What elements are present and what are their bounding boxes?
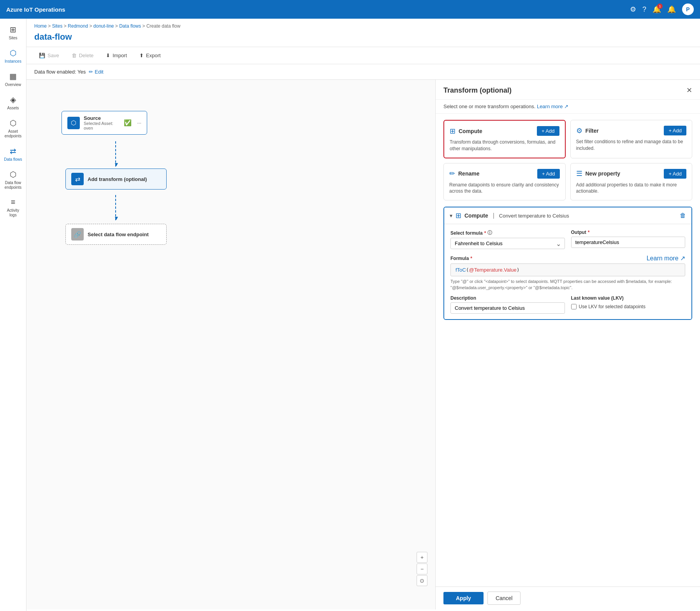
formula-select-group: Select formula * ⓘ Fahrenheit to Celsius bbox=[450, 230, 565, 249]
formula-select-label: Select formula * ⓘ bbox=[450, 230, 565, 236]
transform-icon: ⇄ bbox=[71, 173, 84, 185]
sidebar-item-activity-logs[interactable]: ≡ Activity logs bbox=[2, 195, 25, 221]
page-title: data-flow bbox=[26, 30, 700, 47]
breadcrumb-donut-line[interactable]: donut-line bbox=[93, 23, 114, 29]
new-property-card-icon: ☰ bbox=[576, 169, 582, 178]
new-property-card[interactable]: ☰ New property + Add Add additional prop… bbox=[570, 163, 693, 201]
compute-card[interactable]: ⊞ Compute + Add Transform data through c… bbox=[443, 120, 566, 158]
panel-footer: Apply Cancel bbox=[436, 586, 700, 609]
asset-endpoints-icon: ⬡ bbox=[10, 118, 16, 128]
sidebar-item-sites[interactable]: ⊞ Sites bbox=[2, 22, 25, 44]
notification-badge: 1 bbox=[657, 4, 663, 9]
learn-more-link-top[interactable]: Learn more ↗ bbox=[537, 104, 568, 109]
new-property-card-desc: Add additional properties to data to mak… bbox=[576, 182, 687, 195]
compute-section-title: Compute bbox=[464, 212, 488, 219]
sidebar-item-assets[interactable]: ◈ Assets bbox=[2, 92, 25, 114]
reset-zoom-button[interactable]: ⊙ bbox=[417, 575, 427, 586]
cancel-button[interactable]: Cancel bbox=[487, 592, 521, 605]
close-panel-button[interactable]: ✕ bbox=[686, 86, 692, 95]
endpoint-node-title: Select data flow endpoint bbox=[88, 232, 161, 237]
save-button[interactable]: 💾 Save bbox=[34, 50, 64, 61]
sidebar-label-data-flow-endpoints: Data flow endpoints bbox=[3, 181, 23, 190]
help-icon[interactable]: ? bbox=[642, 5, 646, 14]
avatar[interactable]: P bbox=[682, 4, 694, 15]
source-status: ✅ bbox=[124, 119, 132, 126]
compute-section-icon: ⊞ bbox=[456, 211, 461, 220]
sidebar-label-assets: Assets bbox=[7, 106, 19, 111]
sidebar-label-data-flows: Data flows bbox=[4, 157, 22, 162]
bell-icon[interactable]: 🔔 bbox=[667, 5, 676, 14]
lkv-label: Last known value (LKV) bbox=[571, 295, 686, 301]
import-button[interactable]: ⬇ Import bbox=[101, 50, 132, 61]
lkv-checkbox[interactable] bbox=[571, 304, 577, 309]
transform-node-title: Add transform (optional) bbox=[88, 176, 161, 182]
source-node[interactable]: ⬡ Source Selected Asset: oven ✅ ··· bbox=[62, 111, 147, 135]
description-input[interactable] bbox=[450, 302, 565, 314]
notifications-icon[interactable]: 🔔 1 bbox=[653, 5, 661, 14]
arrow-1: ▼ bbox=[115, 141, 116, 167]
zoom-out-button[interactable]: − bbox=[417, 564, 427, 574]
instances-icon: ⬡ bbox=[10, 48, 16, 58]
filter-add-button[interactable]: + Add bbox=[664, 126, 686, 135]
zoom-in-button[interactable]: + bbox=[417, 552, 427, 563]
sidebar-label-asset-endpoints: Asset endpoints bbox=[3, 129, 23, 139]
learn-more-formula-link[interactable]: Learn more ↗ bbox=[647, 255, 685, 262]
breadcrumb-current: Create data flow bbox=[146, 23, 180, 29]
data-flows-icon: ⇄ bbox=[10, 146, 16, 156]
sidebar-label-instances: Instances bbox=[5, 59, 21, 64]
transform-panel-header: Transform (optional) ✕ bbox=[436, 80, 700, 100]
sidebar-item-asset-endpoints[interactable]: ⬡ Asset endpoints bbox=[2, 115, 25, 142]
delete-button[interactable]: 🗑 Delete bbox=[67, 50, 98, 61]
export-button[interactable]: ⬆ Export bbox=[135, 50, 165, 61]
activity-logs-icon: ≡ bbox=[11, 198, 16, 207]
transform-node[interactable]: ⇄ Add transform (optional) bbox=[65, 169, 167, 190]
app-title: Azure IoT Operations bbox=[6, 6, 625, 13]
source-menu[interactable]: ··· bbox=[137, 120, 141, 126]
canvas-controls: + − ⊙ bbox=[417, 552, 427, 586]
rename-card-icon: ✏ bbox=[449, 169, 455, 178]
sidebar-item-data-flow-endpoints[interactable]: ⬡ Data flow endpoints bbox=[2, 167, 25, 193]
formula-hint: Type "@" or click "<datapoint>" to selec… bbox=[450, 279, 685, 291]
assets-icon: ◈ bbox=[10, 95, 16, 104]
compute-add-button[interactable]: + Add bbox=[537, 126, 559, 136]
compute-section-subtitle: Convert temperature to Celsius bbox=[499, 213, 569, 219]
formula-select[interactable]: Fahrenheit to Celsius bbox=[450, 238, 565, 249]
compute-section: ▾ ⊞ Compute | Convert temperature to Cel… bbox=[443, 207, 692, 320]
source-node-title: Source bbox=[84, 115, 120, 121]
sidebar-label-sites: Sites bbox=[9, 36, 17, 40]
panel-scroll[interactable]: Select one or more transform operations.… bbox=[436, 100, 700, 586]
breadcrumb-home[interactable]: Home bbox=[34, 23, 47, 29]
endpoint-icon: 🔗 bbox=[71, 228, 84, 241]
toolbar: 💾 Save 🗑 Delete ⬇ Import ⬆ Export bbox=[26, 47, 700, 64]
apply-button[interactable]: Apply bbox=[443, 592, 484, 604]
sidebar-item-data-flows[interactable]: ⇄ Data flows bbox=[2, 143, 25, 165]
transform-panel-title: Transform (optional) bbox=[443, 86, 512, 95]
rename-card-desc: Rename datapoints to ensure clarity and … bbox=[449, 182, 560, 195]
sidebar-item-overview[interactable]: ▦ Overview bbox=[2, 68, 25, 90]
arrow-2: ▼ bbox=[115, 195, 116, 220]
dataflow-status: Data flow enabled: Yes bbox=[34, 69, 86, 75]
lkv-group: Last known value (LKV) Use LKV for selec… bbox=[571, 295, 686, 309]
sidebar-item-instances[interactable]: ⬡ Instances bbox=[2, 45, 25, 67]
delete-compute-button[interactable]: 🗑 bbox=[680, 212, 686, 219]
collapse-icon[interactable]: ▾ bbox=[450, 212, 452, 219]
formula-info-icon: ⓘ bbox=[487, 230, 492, 236]
endpoint-node[interactable]: 🔗 Select data flow endpoint bbox=[65, 224, 167, 245]
filter-card[interactable]: ⚙ Filter + Add Set filter conditions to … bbox=[570, 120, 693, 158]
settings-icon[interactable]: ⚙ bbox=[630, 5, 636, 14]
breadcrumb-redmond[interactable]: Redmond bbox=[68, 23, 88, 29]
compute-card-title: Compute bbox=[459, 128, 482, 134]
sidebar-label-activity-logs: Activity logs bbox=[3, 208, 23, 218]
data-flow-endpoints-icon: ⬡ bbox=[10, 170, 16, 179]
edit-link[interactable]: ✏ Edit bbox=[89, 69, 103, 75]
formula-label: Formula * bbox=[450, 256, 472, 261]
compute-card-icon: ⊞ bbox=[450, 127, 456, 135]
breadcrumb-sites[interactable]: Sites bbox=[52, 23, 63, 29]
rename-add-button[interactable]: + Add bbox=[537, 169, 560, 179]
new-property-add-button[interactable]: + Add bbox=[664, 169, 686, 179]
output-input[interactable] bbox=[571, 237, 686, 248]
canvas: ▼ ⬡ Source Selected Asset: oven ✅ ··· ▼ bbox=[26, 80, 700, 609]
breadcrumb-data-flows[interactable]: Data flows bbox=[119, 23, 141, 29]
transform-cards: ⊞ Compute + Add Transform data through c… bbox=[436, 114, 700, 207]
rename-card[interactable]: ✏ Rename + Add Rename datapoints to ensu… bbox=[443, 163, 566, 201]
